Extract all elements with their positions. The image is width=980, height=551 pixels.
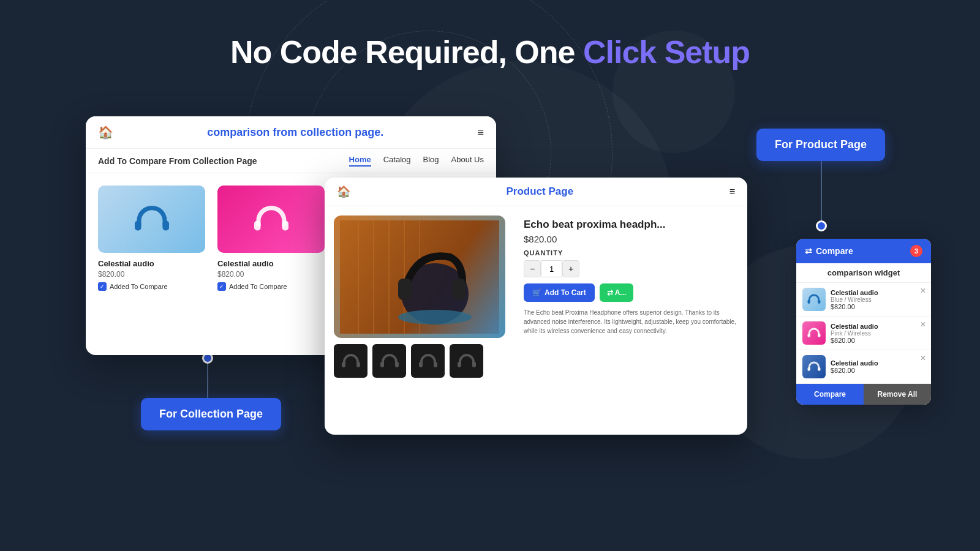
compare-arrows-icon: ⇄ — [607, 288, 613, 297]
product-description: The Echo beat Proxima Headphone offers s… — [524, 308, 738, 335]
svg-rect-18 — [380, 362, 384, 367]
svg-rect-24 — [808, 300, 810, 304]
product-card-2: Celestial audio $820.00 ✓ Added To Compa… — [217, 186, 325, 291]
widget-item-variant-1: Blue / Wireless — [831, 296, 925, 303]
product-price-1: $820.00 — [98, 270, 205, 279]
svg-rect-27 — [818, 334, 820, 337]
widget-item-close-2[interactable]: ✕ — [920, 320, 926, 329]
product-compare-1: ✓ Added To Compare — [98, 282, 205, 291]
nav-home[interactable]: Home — [349, 155, 371, 167]
product-panel-title: Product Page — [507, 186, 574, 198]
compare-icon: ⇄ — [805, 246, 812, 256]
heading-text: No Code Required, One — [230, 34, 583, 70]
product-panel: 🏠 Product Page ≡ — [325, 178, 747, 435]
product-card-1: Celestial audio $820.00 ✓ Added To Compa… — [98, 186, 205, 291]
svg-rect-22 — [458, 362, 461, 367]
svg-rect-17 — [356, 362, 360, 367]
collection-nav: Add To Compare From Collection Page Home… — [86, 149, 496, 173]
quantity-control: − 1 + — [524, 260, 738, 277]
compare-header-label: ⇄ Compare — [805, 246, 853, 256]
product-name-1: Celestial audio — [98, 259, 205, 268]
compare-label-2: Added To Compare — [229, 283, 287, 290]
svg-rect-2 — [254, 221, 261, 231]
compare-header[interactable]: ⇄ Compare 3 — [796, 239, 931, 263]
thumbnail-4[interactable] — [450, 344, 483, 378]
widget-item-3: Celestial audio $820.00 ✕ — [796, 350, 931, 384]
widget-item-price-1: $820.00 — [831, 303, 925, 310]
widget-item-info-1: Celestial audio Blue / Wireless $820.00 — [831, 289, 925, 310]
product-compare-2: ✓ Added To Compare — [217, 282, 325, 291]
widget-item-image-3 — [802, 355, 826, 378]
widget-item-name-1: Celestial audio — [831, 289, 925, 296]
nav-catalog[interactable]: Catalog — [383, 155, 411, 167]
widget-item-price-2: $820.00 — [831, 337, 925, 344]
headphone-pink-img — [217, 186, 325, 253]
widget-item-close-3[interactable]: ✕ — [920, 354, 926, 362]
menu-icon[interactable]: ≡ — [477, 126, 484, 139]
widget-item-info-2: Celestial audio Pink / Wireless $820.00 — [831, 323, 925, 344]
svg-rect-23 — [472, 362, 476, 367]
compare-checkbox-2[interactable]: ✓ — [217, 282, 226, 291]
svg-rect-29 — [818, 367, 820, 371]
add-to-cart-button[interactable]: 🛒 Add To Cart — [524, 283, 595, 302]
product-price-2: $820.00 — [217, 270, 325, 279]
nav-links: Home Catalog Blog About Us — [349, 155, 484, 167]
product-layout: Echo beat proxima headph... $820.00 QUAN… — [334, 216, 738, 424]
compare-count-badge: 3 — [910, 245, 922, 257]
svg-rect-20 — [419, 362, 423, 367]
svg-rect-14 — [452, 279, 466, 300]
qty-decrease[interactable]: − — [524, 260, 541, 277]
widget-item-image-1 — [802, 288, 826, 311]
connector-line-product — [821, 160, 822, 222]
svg-rect-1 — [162, 221, 169, 231]
svg-rect-19 — [395, 362, 399, 367]
heading-highlight: Click Setup — [583, 34, 750, 70]
widget-item-info-3: Celestial audio $820.00 — [831, 359, 925, 374]
quantity-label: QUANTITY — [524, 249, 738, 257]
for-collection-button[interactable]: For Collection Page — [141, 398, 281, 430]
widget-item-variant-2: Pink / Wireless — [831, 330, 925, 337]
home-icon[interactable]: 🏠 — [98, 125, 113, 140]
for-product-button[interactable]: For Product Page — [756, 129, 885, 161]
thumbnail-2[interactable] — [372, 344, 406, 378]
svg-rect-28 — [808, 367, 810, 371]
product-name: Echo beat proxima headph... — [524, 219, 738, 231]
compare-checkbox-1[interactable]: ✓ — [98, 282, 107, 291]
collection-panel-title: comparison from collection page. — [207, 126, 383, 139]
product-hero-image — [334, 216, 505, 338]
product-name-2: Celestial audio — [217, 259, 325, 268]
widget-title: comparison widget — [796, 263, 931, 283]
action-buttons: 🛒 Add To Cart ⇄ A... — [524, 283, 738, 302]
svg-point-15 — [398, 310, 472, 324]
widget-item-1: Celestial audio Blue / Wireless $820.00 … — [796, 283, 931, 317]
svg-rect-3 — [282, 221, 288, 231]
product-panel-topbar: 🏠 Product Page ≡ — [325, 178, 747, 206]
thumbnail-1[interactable] — [334, 344, 368, 378]
thumbnail-3[interactable] — [411, 344, 445, 378]
widget-item-close-1[interactable]: ✕ — [920, 287, 926, 295]
product-menu-icon[interactable]: ≡ — [729, 186, 735, 197]
product-home-icon[interactable]: 🏠 — [337, 185, 350, 198]
add-compare-button[interactable]: ⇄ A... — [600, 283, 634, 302]
connector-dot-product — [816, 220, 827, 231]
product-page-price: $820.00 — [524, 234, 738, 244]
content-area: 🏠 comparison from collection page. ≡ Add… — [0, 98, 980, 551]
product-details: Echo beat proxima headph... $820.00 QUAN… — [524, 216, 738, 424]
widget-compare-button[interactable]: Compare — [796, 384, 864, 405]
nav-section-title: Add To Compare From Collection Page — [98, 156, 257, 166]
qty-increase[interactable]: + — [562, 260, 579, 277]
product-image-2 — [217, 186, 325, 253]
svg-rect-16 — [342, 362, 345, 367]
nav-blog[interactable]: Blog — [423, 155, 439, 167]
svg-rect-0 — [135, 221, 141, 231]
product-thumbnails — [334, 344, 514, 378]
compare-label-1: Added To Compare — [110, 283, 168, 290]
for-collection-section: For Collection Page — [141, 398, 281, 430]
product-main-content: Echo beat proxima headph... $820.00 QUAN… — [325, 206, 747, 433]
widget-item-price-3: $820.00 — [831, 367, 925, 374]
headphone-blue-img — [98, 186, 205, 253]
widget-remove-button[interactable]: Remove All — [864, 384, 931, 405]
qty-value: 1 — [541, 260, 562, 277]
nav-about[interactable]: About Us — [451, 155, 484, 167]
product-image-1 — [98, 186, 205, 253]
